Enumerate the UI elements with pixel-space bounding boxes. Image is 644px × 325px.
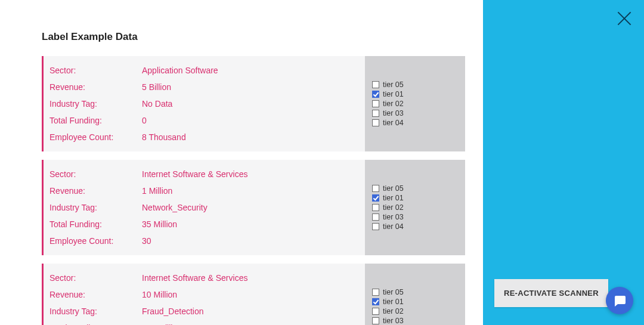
checkbox-icon <box>372 100 379 107</box>
tier-checkbox-02[interactable]: tier 02 <box>372 203 458 212</box>
tier-selector: tier 05 tier 01 tier 02 tier 03 tier 04 <box>365 56 465 151</box>
checkbox-icon <box>372 119 379 126</box>
label-card: Sector: Internet Software & Services Rev… <box>42 160 465 255</box>
checkbox-icon <box>372 308 379 315</box>
tier-label: tier 01 <box>383 194 404 202</box>
tier-checkbox-02[interactable]: tier 02 <box>372 99 458 109</box>
tier-label: tier 05 <box>383 184 404 193</box>
field-label: Total Funding: <box>49 116 142 125</box>
tier-label: tier 05 <box>383 81 404 89</box>
right-panel <box>483 0 644 325</box>
field-value: 0 <box>142 116 147 125</box>
field-row-revenue: Revenue: 5 Billion <box>49 79 365 95</box>
chat-fab[interactable] <box>606 287 633 314</box>
field-row-revenue: Revenue: 1 Million <box>49 182 365 199</box>
tier-label: tier 02 <box>383 307 404 315</box>
field-row-employee-count: Employee Count: 30 <box>49 233 365 249</box>
checkbox-icon <box>372 213 379 221</box>
tier-selector: tier 05 tier 01 tier 02 tier 03 tier 04 <box>365 264 465 325</box>
field-value: 10 Million <box>142 290 177 299</box>
card-details: Sector: Internet Software & Services Rev… <box>42 160 365 255</box>
card-details: Sector: Internet Software & Services Rev… <box>42 264 365 325</box>
field-label: Employee Count: <box>49 236 142 246</box>
tier-label: tier 05 <box>383 288 404 296</box>
checkbox-icon <box>372 317 379 324</box>
field-value: 5 Billion <box>142 82 171 92</box>
field-row-total-funding: Total Funding: 0 <box>49 112 365 129</box>
field-value: No Data <box>142 99 172 109</box>
field-value: 1 Million <box>142 186 172 196</box>
tier-checkbox-03[interactable]: tier 03 <box>372 109 458 118</box>
field-row-sector: Sector: Application Software <box>49 62 365 79</box>
field-value: 30 <box>142 236 151 246</box>
tier-checkbox-01[interactable]: tier 01 <box>372 193 458 203</box>
field-label: Revenue: <box>49 186 142 196</box>
field-label: Industry Tag: <box>49 203 142 212</box>
checkbox-icon <box>372 185 379 192</box>
field-value: 35 Million <box>142 219 177 229</box>
checkbox-icon <box>372 289 379 296</box>
tier-label: tier 01 <box>383 298 404 306</box>
field-row-revenue: Revenue: 10 Million <box>49 286 365 303</box>
tier-checkbox-03[interactable]: tier 03 <box>372 316 458 325</box>
tier-label: tier 02 <box>383 100 404 108</box>
field-label: Sector: <box>49 273 142 283</box>
field-value: Application Software <box>142 66 218 75</box>
label-card: Sector: Application Software Revenue: 5 … <box>42 56 465 151</box>
field-label: Total Funding: <box>49 219 142 229</box>
field-value: Fraud_Detection <box>142 307 204 316</box>
card-list: Sector: Application Software Revenue: 5 … <box>42 56 465 325</box>
tier-label: tier 03 <box>383 109 404 117</box>
field-row-industry-tag: Industry Tag: Network_Security <box>49 199 365 216</box>
field-label: Sector: <box>49 66 142 75</box>
field-row-sector: Sector: Internet Software & Services <box>49 166 365 182</box>
field-label: Revenue: <box>49 290 142 299</box>
field-value: Internet Software & Services <box>142 273 247 283</box>
main-panel: Label Example Data Sector: Application S… <box>0 0 483 325</box>
card-details: Sector: Application Software Revenue: 5 … <box>42 56 365 151</box>
tier-label: tier 03 <box>383 317 404 325</box>
tier-label: tier 03 <box>383 213 404 221</box>
checkbox-icon <box>372 194 379 202</box>
checkbox-icon <box>372 223 379 230</box>
close-icon[interactable] <box>615 10 633 27</box>
field-row-industry-tag: Industry Tag: Fraud_Detection <box>49 303 365 320</box>
tier-label: tier 04 <box>383 222 404 231</box>
tier-checkbox-04[interactable]: tier 04 <box>372 118 458 128</box>
field-row-employee-count: Employee Count: 8 Thousand <box>49 129 365 146</box>
checkbox-icon <box>372 91 379 98</box>
tier-checkbox-05[interactable]: tier 05 <box>372 80 458 89</box>
field-row-sector: Sector: Internet Software & Services <box>49 270 365 286</box>
tier-checkbox-04[interactable]: tier 04 <box>372 222 458 231</box>
field-label: Sector: <box>49 169 142 179</box>
field-value: 8 Thousand <box>142 132 186 142</box>
field-row-industry-tag: Industry Tag: No Data <box>49 95 365 112</box>
checkbox-icon <box>372 298 379 305</box>
tier-label: tier 01 <box>383 90 404 98</box>
field-row-total-funding: Total Funding: 35 Million <box>49 216 365 233</box>
tier-label: tier 04 <box>383 119 404 127</box>
checkbox-icon <box>372 204 379 211</box>
reactivate-scanner-button[interactable]: RE-ACTIVATE SCANNER <box>494 279 608 307</box>
tier-selector: tier 05 tier 01 tier 02 tier 03 tier 04 <box>365 160 465 255</box>
tier-checkbox-05[interactable]: tier 05 <box>372 184 458 193</box>
checkbox-icon <box>372 110 379 117</box>
field-label: Employee Count: <box>49 132 142 142</box>
tier-checkbox-02[interactable]: tier 02 <box>372 307 458 316</box>
tier-checkbox-03[interactable]: tier 03 <box>372 212 458 222</box>
field-label: Revenue: <box>49 82 142 92</box>
label-card: Sector: Internet Software & Services Rev… <box>42 264 465 325</box>
tier-checkbox-01[interactable]: tier 01 <box>372 297 458 307</box>
field-label: Industry Tag: <box>49 99 142 109</box>
tier-checkbox-01[interactable]: tier 01 <box>372 89 458 99</box>
field-label: Industry Tag: <box>49 307 142 316</box>
field-value: Network_Security <box>142 203 208 212</box>
field-row-total-funding: Total Funding: 100 Million <box>49 320 365 325</box>
checkbox-icon <box>372 81 379 88</box>
field-value: Internet Software & Services <box>142 169 247 179</box>
tier-label: tier 02 <box>383 203 404 212</box>
page-title: Label Example Data <box>42 31 465 43</box>
tier-checkbox-05[interactable]: tier 05 <box>372 287 458 297</box>
chat-icon <box>612 293 627 308</box>
